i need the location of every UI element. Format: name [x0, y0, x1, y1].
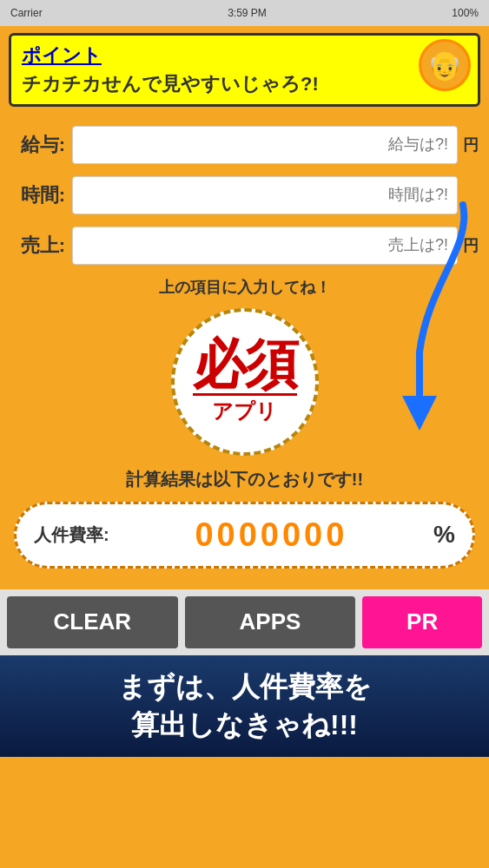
main-section: 給与: 円 時間: 売上: 円 上の項目に入力してね！ 必須 アプリ 計算結果は…: [0, 114, 489, 589]
apps-button[interactable]: APPS: [185, 596, 356, 648]
status-bar: Carrier 3:59 PM 100%: [0, 0, 489, 26]
carrier-label: Carrier: [10, 7, 43, 19]
hours-row: 時間:: [9, 176, 480, 214]
stamp-kanji: 必須: [193, 338, 297, 391]
hours-unit: [463, 186, 480, 204]
info-text: 上の項目に入力してね！: [9, 277, 480, 298]
clear-button[interactable]: CLEAR: [7, 596, 178, 648]
time-label: 3:59 PM: [228, 7, 267, 19]
result-box: 人件費率: 0000000 %: [14, 502, 475, 569]
hours-input[interactable]: [72, 176, 458, 214]
salary-row: 給与: 円: [9, 126, 480, 164]
pr-button[interactable]: PR: [362, 596, 482, 648]
stamp-line: [193, 393, 297, 396]
result-text: 計算結果は以下のとおりです!!: [9, 468, 480, 491]
top-banner: ポイント チカチカせんで見やすいじゃろ?! 👴: [9, 33, 480, 107]
sales-input[interactable]: [72, 227, 458, 265]
footer-line2: 算出しなきゃね!!!: [131, 709, 358, 740]
result-unit: %: [433, 521, 455, 549]
sales-row: 売上: 円: [9, 227, 480, 265]
avatar: 👴: [419, 39, 471, 91]
salary-label: 給与:: [9, 132, 65, 158]
footer-line1: まずは、人件費率を: [118, 671, 372, 702]
result-value: 0000000: [109, 516, 433, 554]
footer-text: まずは、人件費率を 算出しなきゃね!!!: [9, 667, 480, 746]
stamp-app: アプリ: [212, 398, 277, 425]
salary-input[interactable]: [72, 126, 458, 164]
result-label: 人件費率:: [34, 523, 109, 547]
hours-label: 時間:: [9, 182, 65, 208]
battery-label: 100%: [452, 7, 479, 19]
footer: まずは、人件費率を 算出しなきゃね!!!: [0, 655, 489, 758]
sales-unit: 円: [463, 235, 480, 256]
salary-unit: 円: [463, 135, 480, 155]
stamp-container: 必須 アプリ: [9, 308, 480, 456]
sales-label: 売上:: [9, 233, 65, 259]
stamp-circle: 必須 アプリ: [171, 308, 319, 456]
point-label: ポイント: [22, 43, 102, 69]
button-row: CLEAR APPS PR: [0, 589, 489, 655]
point-text: チカチカせんで見やすいじゃろ?!: [22, 72, 467, 97]
